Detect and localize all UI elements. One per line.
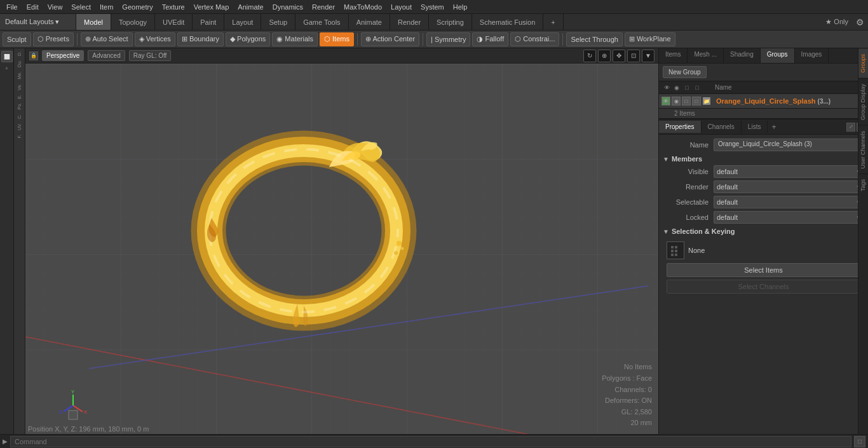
new-group-button[interactable]: New Group [663,66,707,78]
group-item[interactable]: 👁 ◉ □ □ 📁 Orange_Liquid_Circle_Splash (3… [659,94,868,109]
rp-tab-items[interactable]: Items [659,48,688,63]
auto-select-button[interactable]: ⊕ Auto Select [81,32,133,46]
layout-tab-render[interactable]: Render [390,14,429,30]
gi-render-icon[interactable]: ◉ [672,97,681,105]
members-section-header[interactable]: ▼ Members [663,155,864,163]
viewport-perspective-btn[interactable]: Perspective [42,50,84,61]
layout-tab-schematic[interactable]: Schematic Fusion [472,14,543,30]
select-through-button[interactable]: Select Through [566,32,622,46]
layout-tab-setup[interactable]: Setup [261,14,295,30]
vp-ctrl-zoom[interactable]: ⊕ [598,50,611,62]
status-gl: GL: 2,580 [602,407,652,418]
rvt-group-display[interactable]: Group Display [858,78,868,125]
rvt-user-channels[interactable]: User Channels [858,125,868,174]
select-items-button[interactable]: Select Items [667,263,860,277]
command-send-button[interactable]: □ [854,436,865,447]
layout-dropdown[interactable]: Default Layouts ▾ [0,14,76,30]
layout-tab-scripting[interactable]: Scripting [429,14,472,30]
gi-eye-icon[interactable]: 👁 [661,97,670,105]
sk-none-row: None [667,241,860,259]
items-button[interactable]: ⬡ Items [320,32,354,46]
polygons-button[interactable]: ◆ Polygons [226,32,270,46]
menu-view[interactable]: View [44,2,67,12]
vp-ctrl-pan[interactable]: ✥ [613,50,625,62]
materials-button[interactable]: ◉ Materials [272,32,318,46]
menu-file[interactable]: File [3,2,22,12]
props-expand-btn1[interactable]: ⤢ [846,123,855,132]
layout-tab-topology[interactable]: Topology [111,14,155,30]
rvt-tags[interactable]: Tags [858,173,868,196]
falloff-button[interactable]: ◑ Falloff [472,32,508,46]
rp-tab-images[interactable]: Images [795,48,829,63]
layout-tab-plus[interactable]: + [543,14,563,30]
rp-tab-mesh[interactable]: Mesh ... [688,48,724,63]
tool-edge[interactable]: E. [16,93,23,101]
tool-vertex[interactable]: Ve. [16,82,23,92]
prop-select-locked[interactable]: default ▼ [714,211,864,224]
menu-layout[interactable]: Layout [387,2,416,12]
symmetry-button[interactable]: | Symmetry [426,32,470,46]
menu-geometry[interactable]: Geometry [118,2,156,12]
layout-tab-uvedit[interactable]: UVEdit [155,14,193,30]
gear-button[interactable]: ⚙ [856,17,864,27]
command-input[interactable] [10,436,851,447]
workplane-button[interactable]: ⊞ WorkPlane [625,32,675,46]
menu-edit[interactable]: Edit [23,2,43,12]
layout-tab-paint[interactable]: Paint [193,14,224,30]
layout-tab-model[interactable]: Model [76,14,111,30]
menu-dynamics[interactable]: Dynamics [269,2,307,12]
tool-uv[interactable]: UV. [16,121,23,132]
viewport-advanced-btn[interactable]: Advanced [88,50,125,61]
menu-item[interactable]: Item [96,2,117,12]
tool-curve[interactable]: C. [16,112,23,121]
tool-poly[interactable]: Po. [16,101,23,112]
vp-ctrl-rotate[interactable]: ↻ [583,50,596,62]
tool-falloff[interactable]: F. [16,133,23,140]
prop-select-render[interactable]: default ▼ [714,180,864,193]
layout-tab-gametools[interactable]: Game Tools [295,14,349,30]
viewport-lock[interactable]: 🔒 [29,51,38,60]
menu-help[interactable]: Help [449,2,471,12]
sel-keying-section-header[interactable]: ▼ Selection & Keying [663,227,864,235]
layout-tab-animate[interactable]: Animate [349,14,390,30]
menu-texture[interactable]: Texture [158,2,189,12]
props-tab-add[interactable]: + [768,120,780,134]
vertices-button[interactable]: ◈ Vertices [135,32,175,46]
rvt-groups[interactable]: Groups [858,48,868,78]
props-tab-properties[interactable]: Properties [659,121,702,133]
tool-duplicate[interactable]: Du. [16,58,23,69]
menu-animate[interactable]: Animate [234,2,267,12]
group-item-sub: 2 Items [659,109,868,119]
tool-deform[interactable]: D. [16,50,23,58]
gi-box1-icon[interactable]: □ [682,97,691,105]
action-center-button[interactable]: ⊕ Action Center [361,32,419,46]
prop-select-selectable[interactable]: default ▼ [714,196,864,208]
select-channels-button[interactable]: Select Channels [667,280,860,294]
constraints-button[interactable]: ⬡ Constrai... [510,32,559,46]
viewport[interactable]: 🔒 Perspective Advanced Ray GL: Off ↻ ⊕ ✥… [25,48,658,434]
menu-render[interactable]: Render [308,2,339,12]
vp-ctrl-options[interactable]: ▼ [642,50,654,62]
vp-ctrl-fit[interactable]: ⊡ [627,50,640,62]
menu-system[interactable]: System [417,2,448,12]
presets-button[interactable]: ⬡ Presets [33,32,74,46]
prop-input-name[interactable]: Orange_Liquid_Circle_Splash (3) [714,139,864,151]
col-icon-render: ◉ [672,83,682,93]
prop-select-visible[interactable]: default ▼ [714,165,864,178]
menu-select[interactable]: Select [67,2,95,12]
gi-box2-icon[interactable]: □ [692,97,701,105]
layout-tab-layout[interactable]: Layout [224,14,261,30]
rp-tab-shading[interactable]: Shading [724,48,761,63]
sculpt-button[interactable]: Sculpt [3,32,31,46]
menu-vertexmap[interactable]: Vertex Map [190,2,233,12]
viewport-canvas[interactable]: No Items Polygons : Face Channels: 0 Def… [25,64,658,434]
viewport-raygl-btn[interactable]: Ray GL: Off [129,50,172,61]
menu-maxtomodo[interactable]: MaxToModo [340,2,386,12]
boundary-button[interactable]: ⊞ Boundary [177,32,224,46]
members-section-label: Members [672,155,702,163]
rp-tab-groups[interactable]: Groups [761,48,795,63]
props-tab-channels[interactable]: Channels [702,121,742,133]
tool-mesh[interactable]: Me. [16,70,23,81]
left-sidebar-top-btn[interactable]: ⬜ [1,51,13,62]
props-tab-lists[interactable]: Lists [742,121,768,133]
